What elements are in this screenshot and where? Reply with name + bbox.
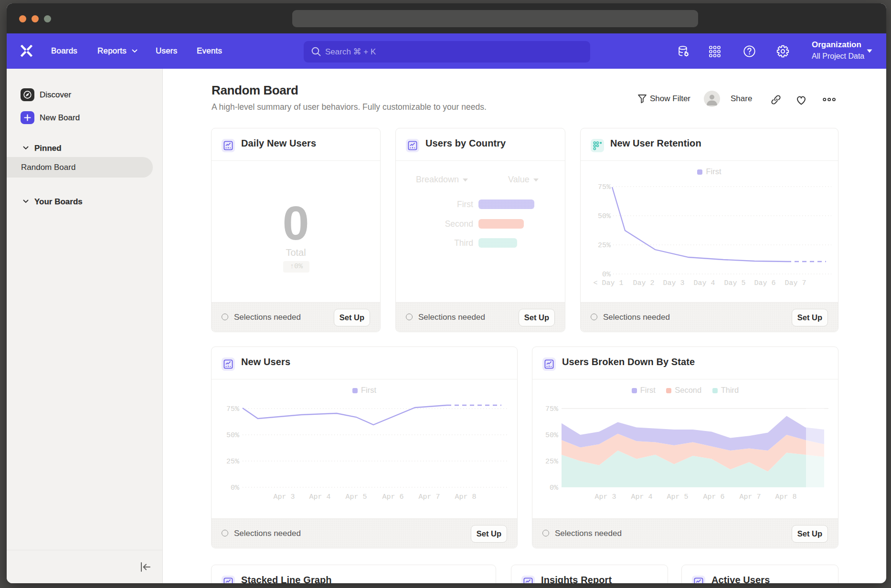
svg-text:Day 2: Day 2 [633,279,654,287]
svg-text:25%: 25% [598,242,611,250]
svg-text:Apr 3: Apr 3 [273,493,295,501]
svg-text:Apr 5: Apr 5 [345,493,367,501]
svg-text:0%: 0% [602,271,611,279]
svg-text:Apr 7: Apr 7 [418,493,440,501]
svg-text:Apr 5: Apr 5 [667,493,688,501]
svg-text:Day 5: Day 5 [724,279,745,287]
svg-text:Apr 7: Apr 7 [739,493,761,501]
svg-text:75%: 75% [545,405,559,413]
svg-text:Apr 3: Apr 3 [594,493,616,501]
svg-text:Apr 8: Apr 8 [775,493,796,501]
svg-text:Day 6: Day 6 [754,279,775,287]
svg-text:Apr 6: Apr 6 [382,493,403,501]
svg-text:0%: 0% [231,484,240,492]
svg-text:Apr 4: Apr 4 [631,493,652,501]
svg-text:50%: 50% [598,212,611,220]
svg-text:50%: 50% [545,431,559,440]
svg-text:Day 4: Day 4 [693,279,715,287]
svg-text:50%: 50% [226,431,240,440]
svg-text:< Day 1: < Day 1 [593,279,623,287]
svg-text:75%: 75% [598,183,611,191]
svg-text:Apr 6: Apr 6 [703,493,724,501]
svg-text:25%: 25% [545,458,559,466]
svg-text:Apr 4: Apr 4 [309,493,330,501]
svg-text:0%: 0% [550,484,559,492]
svg-text:25%: 25% [226,458,240,466]
svg-text:Day 7: Day 7 [785,279,806,287]
svg-text:Day 3: Day 3 [663,279,684,287]
svg-text:75%: 75% [226,405,240,413]
svg-text:Apr 8: Apr 8 [455,493,476,501]
